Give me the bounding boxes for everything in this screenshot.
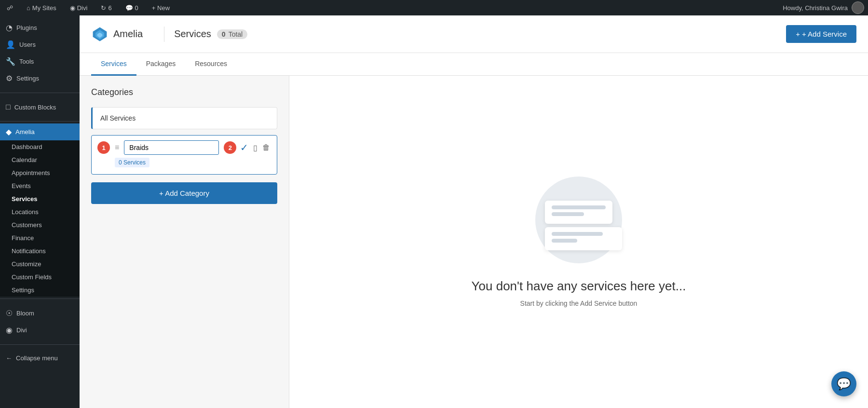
collapse-icon: ← xyxy=(6,354,12,362)
categories-title: Categories xyxy=(91,87,277,97)
empty-state-subtitle: Start by clicking the Add Service button xyxy=(520,299,637,307)
amelia-logo: Amelia xyxy=(91,26,143,43)
wp-logo[interactable]: ☍ xyxy=(4,0,16,15)
chat-button[interactable]: 💬 xyxy=(831,371,856,396)
total-label: Total xyxy=(229,30,243,38)
amelia-icon: ◆ xyxy=(6,127,12,136)
sidebar-item-dashboard[interactable]: Dashboard xyxy=(0,140,80,153)
category-meta: 0 Services xyxy=(97,155,271,169)
sidebar-item-plugins[interactable]: ◔ Plugins xyxy=(0,19,80,36)
custom-blocks-icon: □ xyxy=(6,103,11,111)
all-services-label: All Services xyxy=(100,114,136,122)
settings-icon: ⚙ xyxy=(6,74,13,83)
add-service-button[interactable]: + + Add Service xyxy=(786,25,856,43)
page-title: Services xyxy=(174,28,211,40)
empty-line-4 xyxy=(552,239,577,243)
empty-state-title: You don't have any services here yet... xyxy=(472,279,686,294)
tab-resources[interactable]: Resources xyxy=(185,53,237,76)
delete-icon[interactable]: 🗑 xyxy=(261,142,271,153)
sidebar-item-settings[interactable]: ⚙ Settings xyxy=(0,70,80,87)
empty-card-1 xyxy=(545,201,612,224)
sidebar-item-finance[interactable]: Finance xyxy=(0,231,80,245)
divi-menu[interactable]: ◉ Divi xyxy=(67,0,91,15)
sidebar-item-custom-fields[interactable]: Custom Fields xyxy=(0,271,80,284)
empty-line-1 xyxy=(552,205,606,209)
sidebar-item-customers[interactable]: Customers xyxy=(0,218,80,231)
admin-bar: ☍ ⌂ My Sites ◉ Divi ↻ 6 💬 0 + New Howdy,… xyxy=(0,0,868,15)
step-badge-2: 2 xyxy=(224,141,236,154)
amelia-logo-icon xyxy=(91,26,108,43)
sidebar-item-services[interactable]: Services xyxy=(0,192,80,205)
empty-line-3 xyxy=(552,232,603,236)
sidebar-item-amelia-settings[interactable]: Settings xyxy=(0,284,80,297)
empty-card-2 xyxy=(545,227,622,250)
amelia-logo-text: Amelia xyxy=(113,28,143,40)
chat-icon: 💬 xyxy=(837,377,851,391)
empty-illustration xyxy=(530,177,627,263)
empty-line-2 xyxy=(552,212,584,216)
page-header: Amelia Services 0 Total + + Add Service xyxy=(80,15,868,53)
confirm-icon[interactable]: ✓ xyxy=(239,141,249,154)
divi-bottom-icon: ◉ xyxy=(6,326,13,335)
sidebar-item-customize[interactable]: Customize xyxy=(0,258,80,271)
sidebar-item-custom-blocks[interactable]: □ Custom Blocks xyxy=(0,99,80,115)
step-badge-1: 1 xyxy=(97,141,110,154)
new-menu[interactable]: + New xyxy=(149,0,173,15)
plus-icon: + xyxy=(796,30,800,38)
updates-menu[interactable]: ↻ 6 xyxy=(98,0,114,15)
comment-icon: 💬 xyxy=(125,4,133,12)
admin-bar-right: Howdy, Christina Gwira xyxy=(783,1,864,14)
sidebar-item-appointments[interactable]: Appointments xyxy=(0,166,80,179)
home-icon: ⌂ xyxy=(27,4,30,12)
wp-icon: ☍ xyxy=(7,4,13,12)
sidebar-item-divi[interactable]: ◉ Divi xyxy=(0,322,80,339)
total-badge: 0 Total xyxy=(217,29,247,39)
divi-icon: ◉ xyxy=(70,4,75,12)
my-sites-menu[interactable]: ⌂ My Sites xyxy=(24,0,59,15)
sidebar-item-calendar[interactable]: Calendar xyxy=(0,153,80,166)
sidebar-item-locations[interactable]: Locations xyxy=(0,205,80,218)
category-item-braids: 1 ≡ 2 ✓ ▯ 🗑 0 Services xyxy=(91,135,277,175)
page-title-area: Services 0 Total xyxy=(174,28,247,40)
drag-handle-icon[interactable]: ≡ xyxy=(115,143,119,152)
categories-panel: Categories All Services 1 ≡ 2 ✓ ▯ xyxy=(80,76,289,408)
services-empty-panel: You don't have any services here yet... … xyxy=(289,76,868,408)
avatar[interactable] xyxy=(852,1,864,14)
tabs-bar: Services Packages Resources xyxy=(80,53,868,76)
refresh-icon: ↻ xyxy=(101,4,106,12)
tab-services[interactable]: Services xyxy=(91,53,136,76)
add-category-button[interactable]: + Add Category xyxy=(91,182,277,204)
all-services-item[interactable]: All Services xyxy=(91,107,277,129)
sidebar-item-notifications[interactable]: Notifications xyxy=(0,245,80,258)
copy-icon[interactable]: ▯ xyxy=(252,142,258,153)
sidebar-item-events[interactable]: Events xyxy=(0,179,80,192)
sidebar-item-bloom[interactable]: ☉ Bloom xyxy=(0,305,80,322)
collapse-menu-button[interactable]: ← Collapse menu xyxy=(0,351,80,366)
plugins-icon: ◔ xyxy=(6,23,13,32)
tab-packages[interactable]: Packages xyxy=(136,53,185,76)
total-count: 0 xyxy=(222,30,226,38)
bloom-icon: ☉ xyxy=(6,309,13,318)
category-name-input[interactable] xyxy=(124,140,219,155)
comments-menu[interactable]: 💬 0 xyxy=(122,0,141,15)
category-actions: 2 ✓ ▯ 🗑 xyxy=(224,141,271,154)
sidebar-item-users[interactable]: 👤 Users xyxy=(0,36,80,53)
howdy-text: Howdy, Christina Gwira xyxy=(783,4,848,12)
sidebar-item-tools[interactable]: 🔧 Tools xyxy=(0,53,80,70)
tools-icon: 🔧 xyxy=(6,57,15,66)
header-divider xyxy=(164,27,164,42)
users-icon: 👤 xyxy=(6,40,15,49)
sidebar-item-amelia[interactable]: ◆ Amelia xyxy=(0,123,80,140)
sidebar: ◔ Plugins 👤 Users 🔧 Tools ⚙ Settings □ C… xyxy=(0,15,80,408)
services-count-badge: 0 Services xyxy=(115,158,149,167)
